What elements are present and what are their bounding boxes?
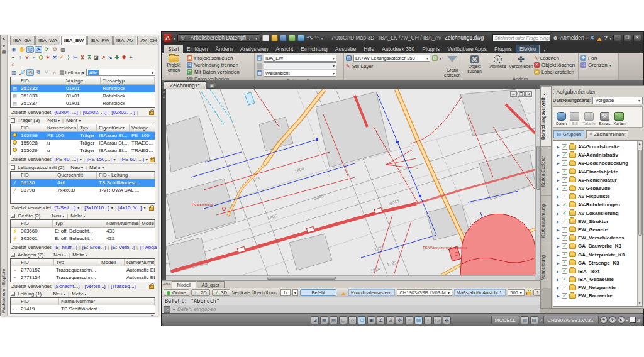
net-icon[interactable]: ⊼ <box>86 55 92 60</box>
table-row[interactable]: 165399PE 100TrägerIBAarau St...PE_100nor… <box>11 132 155 140</box>
table-row[interactable]: ▤35183701x01Rohrblock <box>11 100 155 107</box>
table-row[interactable]: ⌁2778154Trassequerschn...Automatic EL_1.… <box>11 274 155 282</box>
ribbon-tab-autodesk360[interactable]: Autodesk 360 <box>378 45 418 53</box>
net-icon[interactable]: ⊻ <box>79 55 86 60</box>
recent-link[interactable]: [E: Verb...] <box>111 244 135 250</box>
tab-iba-av[interactable]: IBA_AV <box>113 36 136 45</box>
mehr-button[interactable]: Mehr▾ <box>66 118 80 123</box>
modell-button[interactable]: MODELL <box>491 316 519 324</box>
ribbon-tab-ansicht[interactable]: Ansicht <box>272 45 297 53</box>
recent-link[interactable]: [02x02, ...] <box>111 109 135 115</box>
tree-item[interactable]: ▶✓AV-Grundstuecke <box>553 143 642 151</box>
command-input[interactable]: >▾Befehl eingeben <box>162 305 540 313</box>
entity-label[interactable]: Leitung <box>65 70 82 75</box>
recent-link[interactable]: [03x04, ...] <box>54 109 77 115</box>
filter-icon[interactable]: ▥ <box>10 69 18 76</box>
mit-daten-verbinden-button[interactable]: ⇄Mit Daten verbinden <box>187 69 240 75</box>
net-icon[interactable]: ✱ <box>121 55 127 60</box>
table-header[interactable]: FIDKennzeichenTypEigentümerVorlageBauart… <box>11 124 155 132</box>
table-row[interactable]: ╱591304x6TS Schiffländest... <box>11 179 155 187</box>
objekt-loeschen-button[interactable]: ✕Objekt löschen <box>534 62 575 68</box>
ribbon-tab-plugins[interactable]: Plugins <box>418 45 443 53</box>
neu-button[interactable]: Neu▾ <box>70 165 83 170</box>
grenzen-button[interactable]: ⛶Grenzen▾ <box>580 62 611 68</box>
lock-icon[interactable] <box>149 207 154 211</box>
ribbon-tab-plugins2[interactable]: Plugins <box>491 45 516 53</box>
flash-tool-icon[interactable]: ➤ <box>35 46 42 53</box>
net-icon[interactable]: ⌿ <box>58 54 65 60</box>
exchange-apps-icon[interactable]: ✕ <box>590 35 594 41</box>
tab-iba-ew[interactable]: IBA_EW <box>61 36 87 45</box>
map-vertical-scrollbar[interactable] <box>535 89 540 275</box>
collapse-icon[interactable]: − <box>11 214 15 218</box>
net-icon[interactable]: ⌁ <box>10 55 16 60</box>
signin-button[interactable]: Anmelden <box>560 35 584 41</box>
vertical-exaggeration-value[interactable]: 1x <box>280 289 291 296</box>
neu-button[interactable]: Neu▾ <box>47 118 60 123</box>
side-tab-kartensammlung[interactable]: Kartensammlung <box>541 195 551 246</box>
ribbon-tab-hilfe[interactable]: Hilfe <box>360 45 378 53</box>
mehr-button[interactable]: Mehr▾ <box>70 213 85 219</box>
resize-grip[interactable]: ◢ <box>637 317 640 322</box>
plot-icon[interactable] <box>289 35 296 41</box>
recent-link[interactable]: [PE 150,...] <box>87 157 112 162</box>
refresh-icon[interactable]: ⟳ <box>43 46 50 53</box>
maximize-button[interactable]: ❐ <box>623 35 631 41</box>
net-icon[interactable]: ✶ <box>45 55 51 60</box>
tree-item[interactable]: ▶✓AV-Gebaeude <box>553 184 642 192</box>
panel-label[interactable]: Anzeigen <box>344 79 462 80</box>
2d-button[interactable]: ∟2D <box>191 289 210 296</box>
neu-button[interactable]: Neu▾ <box>52 213 64 219</box>
projekt-schliessen-button[interactable]: ▣Projekt schließen <box>187 55 240 61</box>
tree-scrollbar[interactable]: ▲▼ <box>637 141 642 306</box>
ribbon-tab-verfuegbare-apps[interactable]: Verfügbare Apps <box>443 45 491 53</box>
minimize-button[interactable]: ─ <box>613 35 621 41</box>
mehr-button[interactable]: Mehr▾ <box>89 165 104 170</box>
tab-iba-wa[interactable]: IBA_WA <box>35 36 60 45</box>
stil-layer-button[interactable]: ✎Stil-Layer <box>346 63 441 69</box>
zoom-tool-icon[interactable]: ◉ <box>10 46 18 53</box>
tree-item[interactable]: ▶✓IBA_Gebaeude <box>553 275 642 283</box>
table-header[interactable]: FIDQuerschnittFID - Leitung <box>11 172 155 179</box>
table-row[interactable]: ⌁2778152Trassequerschn...Automatic EL_1.… <box>11 266 155 274</box>
layout1-icon[interactable]: ▧ <box>521 316 529 324</box>
3d-button[interactable]: ∠3D <box>212 289 230 296</box>
dyn-toggle[interactable]: ✛ <box>396 316 404 324</box>
close-button[interactable]: ✕ <box>633 35 641 41</box>
qp-toggle[interactable]: ▫ <box>424 316 432 324</box>
pan-tool-icon[interactable]: ✋ <box>18 46 26 53</box>
objekt-suchen-button[interactable]: Objekt suchen <box>464 55 485 74</box>
steering-icon[interactable]: ✈ <box>609 316 616 324</box>
projekt-oeffnen-button[interactable]: Projekt öffnen <box>164 55 184 72</box>
vp-minimize-icon[interactable]: ─ <box>510 91 517 97</box>
map-horizontal-scrollbar[interactable] <box>166 275 535 280</box>
layout-nav-icons[interactable]: «‹›» <box>162 282 172 287</box>
command-tools-icon[interactable]: > <box>164 306 170 313</box>
table-header[interactable]: FIDVorlageTrassetyp <box>11 77 155 85</box>
sc-toggle[interactable]: ◱ <box>433 316 441 324</box>
table-row[interactable]: ╱837987x4x0.8T-VR UWA SAL ... <box>11 187 155 194</box>
recent-link[interactable]: [I: Abgang] <box>140 244 157 250</box>
table-row[interactable]: ▤35183301x01Rohrblock <box>11 92 155 100</box>
explorer-pin-icon[interactable]: » <box>3 43 5 48</box>
table-header[interactable]: FIDName/Nummer <box>11 298 155 305</box>
daten-button[interactable]: Daten <box>556 108 567 126</box>
warning-icon[interactable] <box>341 290 346 295</box>
ribbon-tab-start[interactable]: Start <box>164 45 183 53</box>
recent-link[interactable]: [VK 1021 d] <box>89 315 115 316</box>
net-icon[interactable]: » <box>31 55 37 60</box>
coordinate-system-button[interactable]: CH1903/GSB.LV03... <box>543 316 598 324</box>
gruppen-tab[interactable]: ▧Gruppen <box>553 130 584 138</box>
copy-icon[interactable]: ⧉ <box>35 69 42 76</box>
net-icon[interactable]: ✦ <box>128 55 134 60</box>
lock-icon[interactable] <box>526 292 531 295</box>
tree-item[interactable]: ▶✓AV-Fixpunkte <box>553 192 642 200</box>
tree-item[interactable]: ▶✓FW_Bauwerke <box>553 292 642 300</box>
extras-button[interactable]: ⚒Extras <box>599 108 610 126</box>
showmotion-icon[interactable]: ▸ <box>618 316 625 324</box>
tree-item[interactable]: ▶✓AV-Rohrleitungen <box>553 200 642 209</box>
loeschen-button[interactable]: ✎Löschen <box>534 55 575 61</box>
tab-modell[interactable]: Modell <box>172 281 196 288</box>
tree-item[interactable]: ▶✓EW_Verschiedenes <box>553 234 642 242</box>
table-row[interactable]: ▤35183201x01Rohrblock <box>11 85 155 92</box>
